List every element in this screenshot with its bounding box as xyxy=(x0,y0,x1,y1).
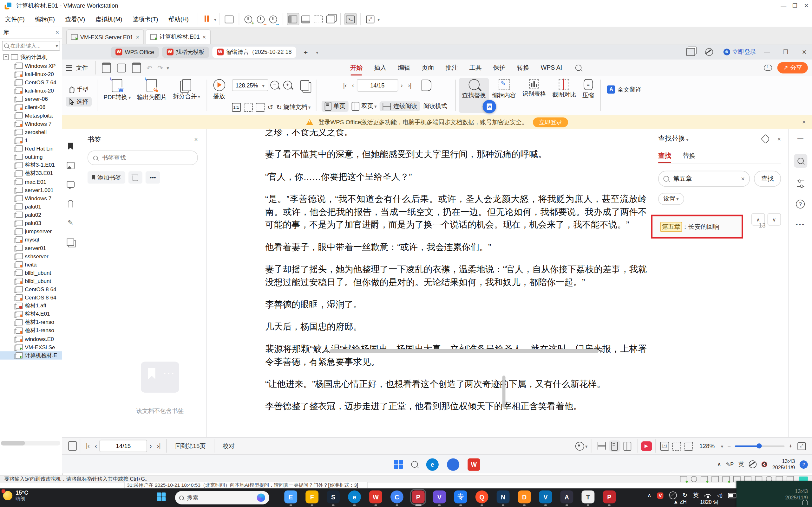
taskbar-app-icon[interactable]: W xyxy=(368,491,383,506)
library-vm-item[interactable]: server01 xyxy=(0,244,62,252)
library-vm-item[interactable]: heita xyxy=(0,260,62,268)
library-vm-item[interactable]: Red Hat Lin xyxy=(0,145,62,153)
find-query-input[interactable] xyxy=(672,175,726,183)
zoom-select[interactable]: 128.25% xyxy=(232,79,268,91)
library-vm-item[interactable]: 检材4.E01 xyxy=(0,310,62,318)
library-vm-item[interactable]: kali-linux-20 xyxy=(0,87,62,95)
unity-mode-button[interactable] xyxy=(325,13,337,25)
sound-status-icon[interactable] xyxy=(722,476,730,482)
bookmark-search-input[interactable] xyxy=(101,154,181,162)
printer-status-icon[interactable] xyxy=(711,476,719,482)
ribbon-tab[interactable]: 页面 xyxy=(416,60,440,76)
battery-icon[interactable] xyxy=(728,493,737,498)
fit-caret-icon[interactable] xyxy=(376,16,380,22)
vm-tab[interactable]: 计算机检材.E01 xyxy=(146,30,211,44)
hdd-status-icon[interactable] xyxy=(680,476,687,482)
host-ime-indicator[interactable]: 英 xyxy=(693,492,699,499)
bookmark-panel-icon[interactable] xyxy=(67,142,74,150)
find-button[interactable]: 查找 xyxy=(754,171,781,187)
horizontal-scrollbar[interactable]: ◀▶ xyxy=(325,349,651,353)
banner-login-button[interactable]: 立即登录 xyxy=(533,117,568,127)
play-button[interactable]: 播放 xyxy=(210,78,228,113)
show-thumbnail-bar-button[interactable] xyxy=(300,13,312,25)
taskbar-app-icon[interactable]: C xyxy=(390,491,404,506)
library-vm-item[interactable]: windows.E0 xyxy=(0,335,62,343)
library-vm-item[interactable]: mac.E01 xyxy=(0,177,62,186)
find-title-caret-icon[interactable] xyxy=(685,135,689,142)
library-vm-item[interactable]: out.img xyxy=(0,153,62,161)
skin-icon[interactable] xyxy=(705,48,713,56)
save-icon[interactable] xyxy=(117,63,126,72)
library-vm-item[interactable]: palu01 xyxy=(0,202,62,210)
hamburger-icon[interactable] xyxy=(66,65,72,71)
taskbar-app-icon[interactable]: A xyxy=(560,491,574,506)
show-library-button[interactable] xyxy=(287,13,299,25)
fit-width-button[interactable] xyxy=(256,103,264,112)
vm-tab[interactable]: VM-EXSi Server.E01 xyxy=(66,30,144,44)
panel-collapse-icon[interactable]: — xyxy=(798,135,803,141)
library-vm-item[interactable]: CentOS 7 64 xyxy=(0,78,62,87)
page-indicator-input[interactable] xyxy=(357,79,398,92)
window-minimize-button[interactable]: — xyxy=(778,3,789,9)
library-vm-item[interactable]: Windows 7 xyxy=(0,119,62,128)
wps-minimize-button[interactable]: — xyxy=(759,49,774,55)
vm-clock[interactable]: 13:432025/11/9 xyxy=(772,458,795,470)
library-scrollbar[interactable] xyxy=(1,441,60,446)
collapse-icon[interactable]: − xyxy=(3,54,9,60)
tab-find[interactable]: 查找 xyxy=(658,152,671,163)
bookmarks-close-icon[interactable] xyxy=(194,136,198,143)
ribbon-tab[interactable]: 编辑 xyxy=(392,60,416,76)
last-page-icon[interactable]: ›| xyxy=(157,442,161,450)
host-start-button[interactable] xyxy=(157,493,166,501)
ribbon-tab[interactable]: 工具 xyxy=(464,60,488,76)
library-vm-item[interactable]: server-06 xyxy=(0,95,62,103)
library-vm-item[interactable]: zeroshell xyxy=(0,128,62,136)
menu-item[interactable]: 帮助(H) xyxy=(163,16,194,22)
library-vm-item[interactable]: sshserver xyxy=(0,252,62,260)
redo-icon[interactable]: ↷ xyxy=(157,64,163,72)
taskbar-app-icon[interactable]: V xyxy=(432,491,446,506)
prev-page-icon[interactable]: ‹ xyxy=(95,442,97,450)
taskbar-app-icon[interactable]: E xyxy=(284,491,298,506)
host-wps-tray-icon[interactable]: V xyxy=(657,492,664,498)
cdrom-status-icon[interactable] xyxy=(691,476,697,482)
vm-search-icon[interactable] xyxy=(411,461,418,468)
wps-doc-tab[interactable]: W 找稻壳模板 xyxy=(162,46,209,58)
multi-window-icon[interactable] xyxy=(686,48,695,56)
window-maximize-button[interactable]: ❐ xyxy=(789,2,801,9)
library-vm-item[interactable]: Windows 7 xyxy=(0,194,62,202)
open-icon[interactable] xyxy=(102,63,111,73)
library-vm-item[interactable]: 检材3-1.E01 xyxy=(0,161,62,169)
taskbar-app-icon[interactable]: P xyxy=(411,491,425,506)
vm-start-button[interactable] xyxy=(394,460,403,469)
bookmark-search[interactable] xyxy=(88,151,198,165)
delete-bookmark-button[interactable] xyxy=(129,171,142,183)
file-menu[interactable]: 文件 xyxy=(76,64,88,72)
zoom-out-icon[interactable]: − xyxy=(270,81,279,90)
taskbar-app-icon[interactable]: S xyxy=(326,491,340,506)
wps-fab-button[interactable] xyxy=(483,100,496,113)
comment-panel-icon[interactable] xyxy=(67,181,74,188)
vm-tray-chevron-icon[interactable]: ∧ xyxy=(717,461,721,468)
prev-page-icon[interactable]: ‹ xyxy=(352,82,354,89)
library-vm-item[interactable]: 检材33.E01 xyxy=(0,169,62,177)
library-search-input[interactable]: 在此处键入... xyxy=(2,41,60,51)
taskbar-app-icon[interactable]: F xyxy=(305,491,319,506)
compress-button[interactable]: =压缩 xyxy=(579,78,597,113)
library-vm-item[interactable]: 1 xyxy=(0,136,62,144)
library-vm-item[interactable]: CentOS 8 64 xyxy=(0,285,62,293)
back-to-page-button[interactable]: 回到第15页 xyxy=(175,442,206,450)
library-vm-item[interactable]: 检材1.aff xyxy=(0,302,62,310)
pdf-convert-button[interactable]: PDF转换 xyxy=(101,78,134,113)
single-page-icon[interactable] xyxy=(609,440,620,452)
page-thumbnails-icon[interactable] xyxy=(68,441,77,451)
taskbar-app-icon[interactable]: 专 xyxy=(454,491,467,506)
taskbar-app-icon[interactable]: T xyxy=(581,491,595,506)
settings-sliders-icon[interactable] xyxy=(797,181,804,187)
terminal-window-corner[interactable]: 13:432025/11/9 xyxy=(737,481,812,507)
bookmark-more-button[interactable]: ••• xyxy=(146,171,160,183)
print-icon[interactable] xyxy=(132,63,141,73)
layers-panel-icon[interactable] xyxy=(67,238,74,245)
rotate-left-icon[interactable]: ↺ xyxy=(267,104,273,111)
cloud-sync-icon[interactable] xyxy=(764,65,772,71)
